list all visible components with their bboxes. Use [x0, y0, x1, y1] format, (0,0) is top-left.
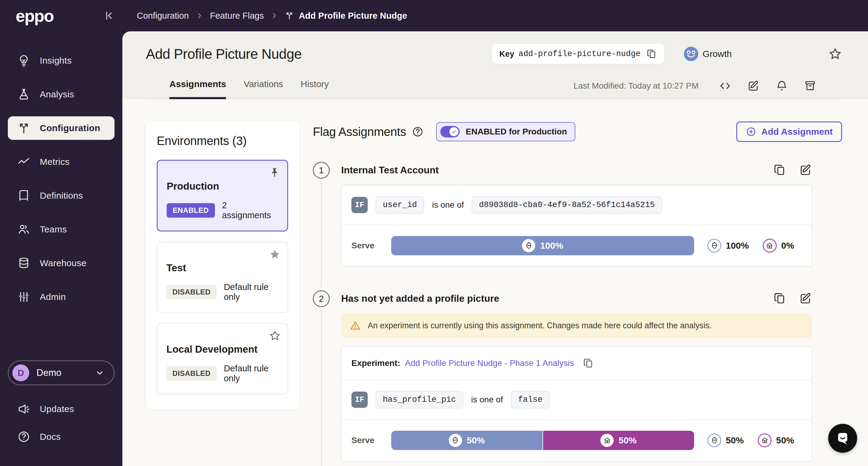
- favorite-star-icon[interactable]: [828, 47, 842, 61]
- page-title: Add Profile Picture Nudge: [146, 46, 492, 62]
- assignment-1: 1 Internal Test Account IF: [313, 162, 842, 290]
- assignment-2: 2 Has not yet added a profile picture: [313, 290, 842, 466]
- edit-icon[interactable]: [799, 164, 812, 176]
- status-badge: ENABLED: [167, 203, 215, 218]
- edit-icon[interactable]: [799, 292, 812, 305]
- help-icon[interactable]: [412, 126, 424, 137]
- sidebar-item-docs[interactable]: Docs: [8, 425, 115, 448]
- book-icon: [18, 189, 30, 202]
- team-name: Growth: [703, 49, 732, 59]
- code-icon[interactable]: [719, 80, 731, 92]
- sidebar-item-insights[interactable]: Insights: [8, 49, 115, 72]
- breadcrumb-current-flag: Add Profile Picture Nudge: [285, 11, 407, 21]
- key-label: Key: [499, 50, 515, 59]
- legend-treatment: 0%: [763, 239, 794, 253]
- flask-icon: [18, 88, 30, 101]
- birdhouse-variation-icon: [603, 436, 611, 444]
- breadcrumb: Configuration Feature Flags Add Profile …: [137, 11, 407, 21]
- assignment-number: 2: [313, 290, 330, 307]
- breadcrumb-feature-flags[interactable]: Feature Flags: [210, 11, 264, 21]
- database-icon: [18, 257, 30, 270]
- env-card-test[interactable]: Test DISABLED Default rule only: [157, 242, 288, 313]
- tab-variations[interactable]: Variations: [244, 79, 283, 99]
- rule-row: IF user_id is one of d89038d8-cba0-4ef9-…: [342, 185, 811, 224]
- warning-triangle-icon: [350, 320, 361, 331]
- acorn-variation-icon: [710, 242, 718, 250]
- sidebar-item-definitions[interactable]: Definitions: [8, 184, 115, 207]
- serve-legend: 50% 50%: [707, 433, 794, 447]
- serve-row: Serve 100%: [342, 224, 811, 266]
- serve-bar: 100%: [391, 236, 694, 255]
- add-assignment-button[interactable]: Add Assignment: [736, 122, 842, 142]
- sidebar-item-analysis[interactable]: Analysis: [8, 83, 115, 106]
- copy-icon[interactable]: [773, 292, 786, 305]
- breadcrumb-configuration[interactable]: Configuration: [137, 11, 189, 21]
- rule-row: IF has_profile_pic is one of false: [342, 379, 811, 419]
- value-chip: false: [511, 391, 550, 408]
- assignment-number: 1: [313, 162, 330, 179]
- sidebar-item-configuration[interactable]: Configuration: [8, 116, 115, 140]
- pin-icon[interactable]: [269, 167, 281, 179]
- sidebar-item-teams[interactable]: Teams: [8, 218, 115, 241]
- env-card-production[interactable]: Production ENABLED 2 assignments: [157, 160, 288, 231]
- experiment-row: Experiment: Add Profile Picture Nudge - …: [342, 347, 811, 379]
- assignment-2-title: Has not yet added a profile picture: [341, 293, 773, 304]
- acorn-variation-icon: [451, 436, 459, 444]
- chat-bubble-icon: [834, 430, 851, 447]
- legend-control: 100%: [707, 239, 749, 253]
- birdhouse-variation-icon: [761, 436, 769, 444]
- sidebar-item-warehouse[interactable]: Warehouse: [8, 251, 115, 275]
- birdhouse-variation-icon: [766, 242, 774, 250]
- plus-circle-icon: [746, 126, 756, 137]
- operator-text: is one of: [471, 395, 503, 405]
- status-badge: DISABLED: [166, 366, 217, 381]
- chart-icon: [18, 156, 30, 168]
- workspace-switcher[interactable]: D Demo: [8, 361, 115, 385]
- sidebar-collapse-icon[interactable]: [103, 10, 114, 21]
- chat-widget-button[interactable]: [828, 424, 857, 453]
- branch-icon: [18, 122, 30, 134]
- copy-icon[interactable]: [583, 358, 594, 369]
- serve-segment-control: 50%: [391, 431, 542, 450]
- toggle-switch[interactable]: [440, 126, 460, 137]
- key-value: add-profile-picture-nudge: [518, 50, 641, 59]
- serve-legend: 100% 0%: [707, 239, 794, 253]
- attribute-chip: user_id: [375, 196, 424, 214]
- acorn-variation-icon: [525, 242, 533, 250]
- if-keyword-chip: IF: [351, 392, 368, 408]
- experiment-warning-banner: An experiment is currently using this as…: [341, 313, 812, 338]
- status-badge: DISABLED: [166, 285, 217, 299]
- sidebar-item-metrics[interactable]: Metrics: [8, 150, 115, 174]
- serve-bar: 50% 50%: [391, 431, 694, 450]
- last-modified-text: Last Modified: Today at 10:27 PM: [574, 81, 699, 91]
- star-filled-icon[interactable]: [269, 248, 281, 260]
- flag-branch-icon: [285, 11, 294, 20]
- sidebar-item-admin[interactable]: Admin: [8, 285, 115, 309]
- env-card-local-development[interactable]: Local Development DISABLED Default rule …: [157, 323, 288, 394]
- copy-icon[interactable]: [647, 49, 657, 59]
- team-badge[interactable]: Growth: [684, 47, 732, 61]
- edit-icon[interactable]: [747, 80, 760, 92]
- workspace-name: Demo: [36, 367, 87, 378]
- assignment-1-number-rail: 1: [313, 162, 341, 290]
- legend-control: 50%: [707, 433, 744, 447]
- team-avatar-frog-icon: [684, 47, 698, 61]
- operator-text: is one of: [432, 200, 464, 210]
- workspace-avatar: D: [12, 365, 29, 381]
- tab-assignments[interactable]: Assignments: [169, 79, 226, 99]
- sliders-icon: [18, 290, 30, 303]
- tab-history[interactable]: History: [301, 79, 329, 99]
- environments-panel: Environments (3) Production ENABLED 2 as…: [146, 122, 299, 409]
- bell-icon[interactable]: [776, 80, 788, 92]
- sidebar-item-updates[interactable]: Updates: [8, 397, 115, 421]
- copy-icon[interactable]: [773, 164, 786, 176]
- serve-row: Serve 50% 50%: [342, 419, 811, 461]
- environments-title: Environments (3): [157, 134, 288, 148]
- archive-icon[interactable]: [804, 80, 816, 92]
- help-icon: [18, 430, 30, 443]
- enabled-toggle[interactable]: ENABLED for Production: [436, 122, 575, 142]
- star-outline-icon[interactable]: [269, 330, 281, 342]
- experiment-link[interactable]: Add Profile Picture Nudge - Phase 1 Anal…: [405, 359, 574, 368]
- sidebar: Insights Analysis Configuration Metrics …: [0, 31, 122, 466]
- flag-assignments-title: Flag Assignments: [313, 125, 406, 139]
